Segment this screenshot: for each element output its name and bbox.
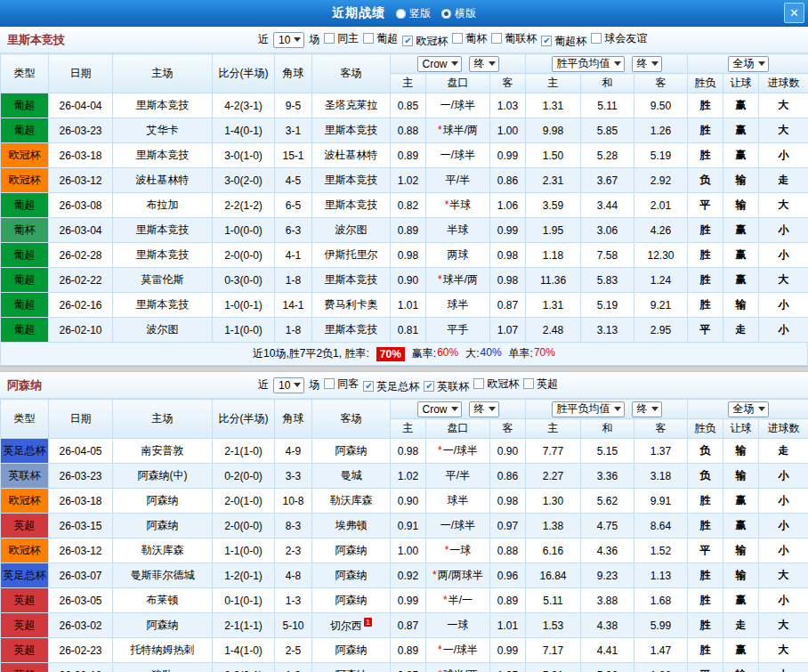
away-team-cell[interactable]: 阿森纳 — [312, 638, 391, 663]
asian-home-odds: 0.81 — [391, 318, 426, 343]
match-row: 英超26-02-19狼队2-2(0-1)1-3阿森纳0.85*球半/两1.055… — [1, 663, 808, 672]
home-team-cell[interactable]: 里斯本竞技 — [113, 218, 213, 243]
away-team-cell[interactable]: 费马利卡奥 — [312, 293, 391, 318]
filter-checkbox-英超[interactable]: 英超 — [523, 376, 558, 392]
match-count-select[interactable]: 10 — [273, 32, 304, 48]
date-cell: 26-03-18 — [49, 143, 113, 168]
home-team-cell[interactable]: 里斯本竞技 — [113, 243, 213, 268]
asian-home-odds: 0.92 — [391, 563, 426, 588]
home-team-cell[interactable]: 里斯本竞技 — [113, 143, 213, 168]
filter-checkbox-球会友谊[interactable]: 球会友谊 — [591, 31, 647, 46]
match-count-select[interactable]: 10 — [273, 377, 304, 393]
layout-radio-vertical[interactable]: 竖版 — [396, 6, 431, 21]
away-team-cell[interactable]: 阿森纳 — [312, 588, 391, 613]
home-team-cell[interactable]: 艾华卡 — [113, 118, 213, 143]
filter-checkbox-英联杯[interactable]: 英联杯 — [424, 379, 469, 394]
away-team-cell[interactable]: 切尔西1 — [312, 613, 391, 638]
asian-final-select[interactable]: 终 — [469, 56, 499, 72]
filter-checkbox-同主[interactable]: 同主 — [324, 31, 359, 46]
checkbox-icon — [324, 33, 335, 44]
asian-away-odds: 0.98 — [490, 268, 526, 293]
result-goals: 小 — [759, 538, 808, 563]
europe-final-select[interactable]: 终 — [632, 401, 662, 417]
home-team-cell[interactable]: 南安普敦 — [113, 439, 213, 464]
away-team-cell[interactable]: 里斯本竞技 — [312, 268, 391, 293]
europe-draw-odds: 3.13 — [581, 318, 634, 343]
handicap-cell: *两/两球半 — [426, 563, 490, 588]
filter-checkbox-英足总杯[interactable]: 英足总杯 — [363, 379, 419, 394]
asian-home-odds: 0.85 — [391, 663, 426, 672]
score-cell: 3-0(2-0) — [213, 168, 275, 193]
result-goals: 大 — [759, 638, 808, 663]
filter-checkbox-葡杯[interactable]: 葡杯 — [452, 31, 487, 46]
games-label: 场 — [309, 377, 319, 393]
asian-home-odds: 0.87 — [391, 613, 426, 638]
away-team-cell[interactable]: 里斯本竞技 — [312, 118, 391, 143]
filter-checkbox-同客[interactable]: 同客 — [324, 376, 359, 392]
result-goals: 大 — [759, 193, 808, 218]
filter-checkbox-欧冠杯[interactable]: 欧冠杯 — [473, 376, 519, 392]
date-cell: 26-03-23 — [49, 464, 113, 489]
home-team-cell[interactable]: 阿森纳 — [113, 613, 213, 638]
away-team-cell[interactable]: 里斯本竞技 — [312, 193, 391, 218]
date-cell: 26-02-19 — [49, 663, 113, 672]
result-handicap: 输 — [723, 663, 759, 672]
europe-draw-odds: 4.41 — [581, 638, 634, 663]
home-team-cell[interactable]: 狼队 — [113, 663, 213, 672]
filter-label: 球会友谊 — [604, 31, 647, 46]
europe-avg-select[interactable]: 胜平负均值 — [552, 401, 625, 417]
bookmaker-select[interactable]: Crow — [417, 56, 462, 72]
home-team-cell[interactable]: 波杜基林特 — [113, 168, 213, 193]
filter-checkbox-葡超杯[interactable]: 葡超杯 — [541, 34, 586, 49]
checkbox-icon — [591, 33, 602, 44]
close-button[interactable]: ✕ — [784, 3, 804, 23]
away-team-cell[interactable]: 波杜基林特 — [312, 143, 391, 168]
home-team-cell[interactable]: 阿森纳(中) — [113, 464, 213, 489]
result-handicap: 赢 — [723, 218, 759, 243]
away-team-cell[interactable]: 勒沃库森 — [312, 489, 391, 514]
home-team-cell[interactable]: 里斯本竞技 — [113, 293, 213, 318]
home-team-cell[interactable]: 托特纳姆热刺 — [113, 638, 213, 663]
full-match-select[interactable]: 全场 — [728, 401, 769, 417]
home-team-cell[interactable]: 曼斯菲尔德城 — [113, 563, 213, 588]
filter-checkbox-葡超[interactable]: 葡超 — [363, 31, 398, 46]
filter-checkbox-欧冠杯[interactable]: 欧冠杯 — [402, 34, 448, 49]
filter-checkbox-葡联杯[interactable]: 葡联杯 — [491, 31, 537, 46]
away-team-cell[interactable]: 圣塔克莱拉 — [312, 93, 391, 118]
asian-final-select[interactable]: 终 — [469, 401, 499, 417]
away-team-cell[interactable]: 曼城 — [312, 464, 391, 489]
away-team-cell[interactable]: 伊斯托里尔 — [312, 243, 391, 268]
asian-home-odds: 0.88 — [391, 118, 426, 143]
full-match-select[interactable]: 全场 — [728, 56, 769, 72]
corner-cell: 10-8 — [275, 489, 312, 514]
away-team-cell[interactable]: 阿森纳 — [312, 563, 391, 588]
match-count-value: 10 — [279, 379, 290, 392]
date-cell: 26-03-05 — [49, 588, 113, 613]
filter-label: 英足总杯 — [376, 379, 419, 394]
away-team-cell[interactable]: 里斯本竞技 — [312, 318, 391, 343]
home-team-cell[interactable]: 波尔图 — [113, 318, 213, 343]
home-team-cell[interactable]: 莫雷伦斯 — [113, 268, 213, 293]
home-team-cell[interactable]: 布莱顿 — [113, 588, 213, 613]
match-row: 葡杯26-03-04里斯本竞技1-0(0-0)6-3波尔图0.89半球0.991… — [1, 218, 808, 243]
away-team-cell[interactable]: 阿森纳 — [312, 538, 391, 563]
home-team-cell[interactable]: 布拉加 — [113, 193, 213, 218]
layout-radio-horizontal[interactable]: 横版 — [441, 6, 476, 21]
away-team-cell[interactable]: 阿森纳 — [312, 439, 391, 464]
europe-final-select[interactable]: 终 — [632, 56, 662, 72]
summary-text: 近10场,胜7平2负1, 胜率: — [253, 346, 369, 361]
bookmaker-select[interactable]: Crow — [417, 401, 462, 417]
away-team-cell[interactable]: 埃弗顿 — [312, 514, 391, 538]
home-team-cell[interactable]: 阿森纳 — [113, 514, 213, 538]
europe-avg-select[interactable]: 胜平负均值 — [552, 56, 625, 72]
col-handicap: 盘口 — [426, 74, 490, 93]
date-cell: 26-04-05 — [49, 439, 113, 464]
matches-table: 类型 日期 主场 比分(半场) 角球 客场 Crow 终 — [0, 53, 808, 343]
away-team-cell[interactable]: 里斯本竞技 — [312, 168, 391, 193]
away-team-cell[interactable]: 波尔图 — [312, 218, 391, 243]
home-team-cell[interactable]: 阿森纳 — [113, 489, 213, 514]
away-team-cell[interactable]: 阿森纳 — [312, 663, 391, 672]
home-team-cell[interactable]: 里斯本竞技 — [113, 93, 213, 118]
europe-home-odds: 5.91 — [526, 663, 581, 672]
home-team-cell[interactable]: 勒沃库森 — [113, 538, 213, 563]
